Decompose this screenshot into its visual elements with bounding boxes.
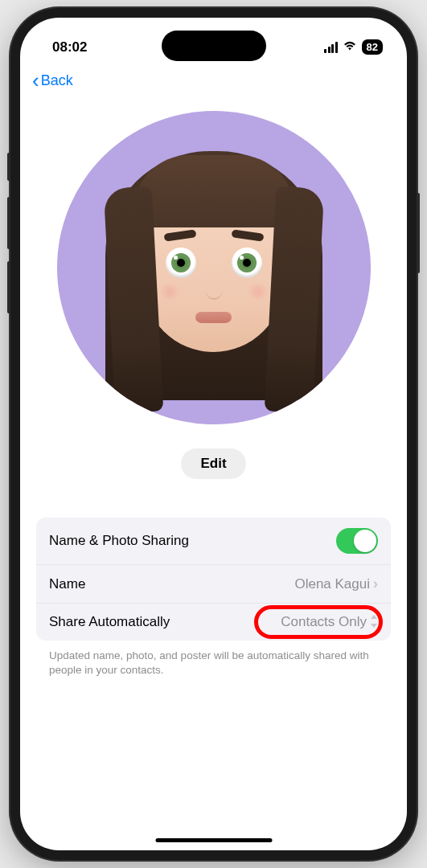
dynamic-island <box>162 31 266 61</box>
name-photo-sharing-row[interactable]: Name & Photo Sharing <box>36 518 391 565</box>
phone-side-buttons-right <box>417 193 420 273</box>
back-button[interactable]: ‹ Back <box>32 70 73 91</box>
phone-side-buttons-left <box>7 153 10 326</box>
edit-button[interactable]: Edit <box>181 448 245 479</box>
phone-frame: 08:02 82 ‹ Back <box>10 8 417 860</box>
settings-footer: Updated name, photo, and poster will be … <box>36 641 391 678</box>
chevron-left-icon: ‹ <box>32 70 39 91</box>
screen: 08:02 82 ‹ Back <box>20 18 407 850</box>
status-time: 08:02 <box>52 39 87 55</box>
home-indicator[interactable] <box>155 838 272 842</box>
status-right: 82 <box>324 39 383 55</box>
cellular-signal-icon <box>324 42 338 53</box>
avatar-container <box>36 111 391 424</box>
row-label: Name <box>49 576 85 592</box>
row-label: Share Automatically <box>49 614 170 630</box>
name-row[interactable]: Name Olena Kagui › <box>36 565 391 604</box>
row-label: Name & Photo Sharing <box>49 533 189 549</box>
selector-arrows-icon <box>370 615 378 630</box>
share-automatically-row[interactable]: Share Automatically Contacts Only <box>36 604 391 641</box>
chevron-right-icon: › <box>373 575 378 592</box>
sharing-toggle[interactable] <box>336 528 378 554</box>
content: Edit Name & Photo Sharing Name Olena Kag… <box>20 91 407 678</box>
memoji-icon <box>101 147 326 420</box>
back-label: Back <box>41 72 73 89</box>
nav-bar: ‹ Back <box>20 62 407 91</box>
row-value: Contacts Only <box>281 614 378 630</box>
battery-indicator: 82 <box>362 39 383 55</box>
avatar[interactable] <box>57 111 371 424</box>
wifi-icon <box>343 39 357 55</box>
row-value: Olena Kagui › <box>294 575 378 592</box>
settings-group: Name & Photo Sharing Name Olena Kagui › … <box>36 518 391 641</box>
